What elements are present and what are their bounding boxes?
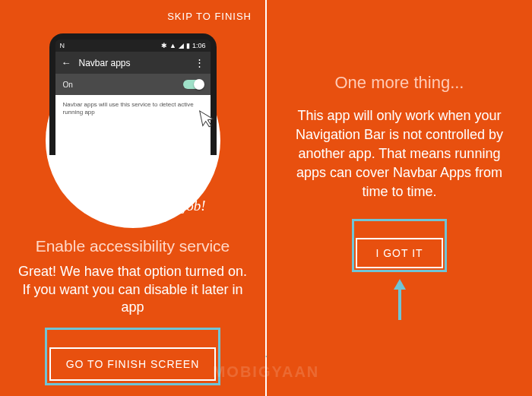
goodjob-text: Good job! [147, 198, 206, 214]
clock-text: 1:06 [192, 42, 206, 49]
right-body: This app will only work when your Naviga… [283, 106, 515, 202]
status-left: N [60, 42, 65, 49]
bluetooth-icon: ✱ [161, 42, 167, 49]
phone-illustration: N ✱ ▲ ◢ ▮ 1:06 ← Navbar apps ⋮ On [34, 33, 232, 185]
toggle-label: On [63, 81, 73, 89]
right-heading: One more thing... [335, 73, 464, 93]
toggle-switch[interactable] [183, 80, 203, 89]
wifi-icon: ▲ [169, 42, 176, 49]
arrow-up-icon [391, 279, 409, 322]
svg-marker-3 [394, 279, 406, 290]
highlight-box-right: I GOT IT [356, 223, 442, 268]
signal-icon: ◢ [179, 42, 184, 49]
status-bar: N ✱ ▲ ◢ ▮ 1:06 [55, 40, 211, 52]
app-bar-title: Navbar apps [79, 58, 187, 68]
left-heading: Enable accessibility service [36, 237, 230, 255]
skip-link[interactable]: SKIP TO FINISH [167, 11, 252, 22]
highlight-box-left: GO TO FINISH SCREEN [49, 332, 217, 381]
curve-arrow-icon [156, 123, 209, 207]
i-got-it-button[interactable]: I GOT IT [356, 238, 442, 268]
onboarding-panel-left: SKIP TO FINISH N ✱ ▲ ◢ ▮ 1:06 ← Navbar [0, 0, 265, 396]
left-body: Great! We have that option turned on. If… [9, 263, 256, 317]
app-bar: ← Navbar apps ⋮ [55, 52, 211, 74]
overflow-icon[interactable]: ⋮ [195, 57, 204, 68]
onboarding-panel-right: One more thing... This app will only wor… [267, 0, 532, 396]
toggle-row: On [55, 74, 211, 95]
back-icon[interactable]: ← [62, 57, 71, 68]
battery-icon: ▮ [186, 42, 190, 49]
go-to-finish-button[interactable]: GO TO FINISH SCREEN [49, 347, 217, 381]
status-right: ✱ ▲ ◢ ▮ 1:06 [161, 42, 205, 49]
